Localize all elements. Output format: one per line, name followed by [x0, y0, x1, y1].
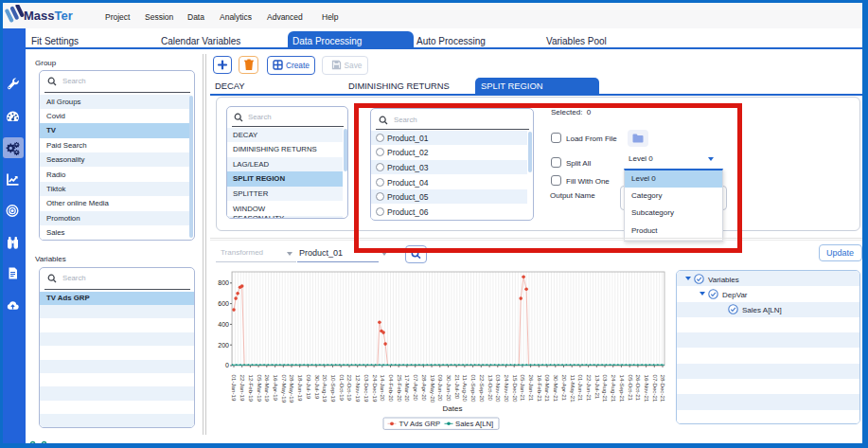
svg-text:Dates: Dates [443, 404, 463, 413]
svg-text:22-Oct-19: 22-Oct-19 [346, 375, 353, 402]
svg-text:26-Oct-21: 26-Oct-21 [635, 375, 642, 402]
svg-text:03-Aug-21: 03-Aug-21 [602, 375, 609, 403]
svg-text:11-Aug-20: 11-Aug-20 [462, 375, 469, 403]
svg-text:10-Sep-19: 10-Sep-19 [330, 375, 337, 403]
svg-text:15-Dec-20: 15-Dec-20 [512, 375, 519, 403]
svg-text:30-Jul-19: 30-Jul-19 [314, 375, 321, 400]
svg-text:07-May-19: 07-May-19 [281, 375, 288, 403]
svg-text:0: 0 [225, 362, 229, 368]
svg-text:09-Mar-21: 09-Mar-21 [544, 375, 551, 403]
svg-text:22-Jan-19: 22-Jan-19 [239, 375, 246, 402]
svg-text:19-May-20: 19-May-20 [430, 375, 436, 403]
svg-text:25-Feb-20: 25-Feb-20 [397, 375, 403, 403]
svg-text:28-May-19: 28-May-19 [289, 375, 295, 403]
svg-text:Sales A[LN]: Sales A[LN] [455, 420, 493, 428]
svg-text:07-Apr-20: 07-Apr-20 [413, 375, 419, 402]
svg-text:18-Jun-19: 18-Jun-19 [297, 375, 304, 402]
svg-text:09-Jul-19: 09-Jul-19 [306, 375, 312, 400]
svg-text:16-Nov-21: 16-Nov-21 [644, 375, 650, 403]
svg-text:28-Dec-21: 28-Dec-21 [660, 375, 666, 403]
svg-text:22-Jun-21: 22-Jun-21 [586, 375, 593, 402]
svg-text:14-Jan-20: 14-Jan-20 [380, 375, 386, 402]
svg-text:16-Feb-21: 16-Feb-21 [537, 375, 543, 403]
svg-text:13-Jul-21: 13-Jul-21 [594, 375, 601, 400]
svg-text:30-Mar-21: 30-Mar-21 [553, 375, 559, 403]
svg-text:09-Jun-20: 09-Jun-20 [437, 375, 444, 402]
svg-text:28-Apr-20: 28-Apr-20 [421, 375, 428, 402]
svg-text:13-Oct-20: 13-Oct-20 [487, 375, 494, 402]
svg-text:24-Dec-19: 24-Dec-19 [372, 375, 379, 403]
svg-text:26-Mar-19: 26-Mar-19 [264, 375, 271, 403]
svg-text:01-Jun-21: 01-Jun-21 [577, 375, 584, 402]
svg-text:01-Oct-19: 01-Oct-19 [339, 375, 345, 402]
svg-text:21-Jul-20: 21-Jul-20 [454, 375, 461, 400]
svg-text:12-Feb-19: 12-Feb-19 [248, 375, 255, 403]
svg-text:04-Feb-20: 04-Feb-20 [388, 375, 395, 403]
svg-text:03-Dec-19: 03-Dec-19 [363, 375, 370, 403]
svg-text:05-Oct-21: 05-Oct-21 [628, 375, 634, 402]
svg-text:05-Jan-21: 05-Jan-21 [520, 375, 526, 402]
svg-text:01-Jan-19: 01-Jan-19 [231, 375, 238, 402]
svg-text:12-Nov-19: 12-Nov-19 [355, 375, 362, 403]
svg-text:TV Ads GRP: TV Ads GRP [399, 420, 441, 428]
svg-text:03-Nov-20: 03-Nov-20 [495, 375, 502, 403]
svg-text:17-Mar-20: 17-Mar-20 [404, 375, 411, 403]
svg-text:16-Apr-19: 16-Apr-19 [273, 375, 279, 402]
svg-text:20-Aug-19: 20-Aug-19 [322, 375, 328, 403]
svg-text:200: 200 [218, 342, 229, 349]
svg-text:26-Jan-21: 26-Jan-21 [528, 375, 535, 402]
svg-text:14-Sep-21: 14-Sep-21 [619, 375, 626, 403]
svg-text:07-Dec-21: 07-Dec-21 [652, 375, 659, 403]
svg-text:01-Sep-20: 01-Sep-20 [470, 375, 477, 403]
svg-text:11-May-21: 11-May-21 [570, 375, 576, 403]
svg-text:800: 800 [218, 279, 229, 286]
svg-text:20-Apr-21: 20-Apr-21 [561, 375, 568, 402]
svg-text:600: 600 [218, 300, 229, 307]
svg-text:05-Mar-19: 05-Mar-19 [257, 375, 263, 403]
svg-text:22-Sep-20: 22-Sep-20 [479, 375, 486, 403]
svg-text:30-Jun-20: 30-Jun-20 [446, 375, 452, 402]
svg-text:24-Nov-20: 24-Nov-20 [504, 375, 510, 403]
svg-text:24-Aug-21: 24-Aug-21 [611, 375, 617, 403]
svg-text:400: 400 [218, 321, 229, 328]
